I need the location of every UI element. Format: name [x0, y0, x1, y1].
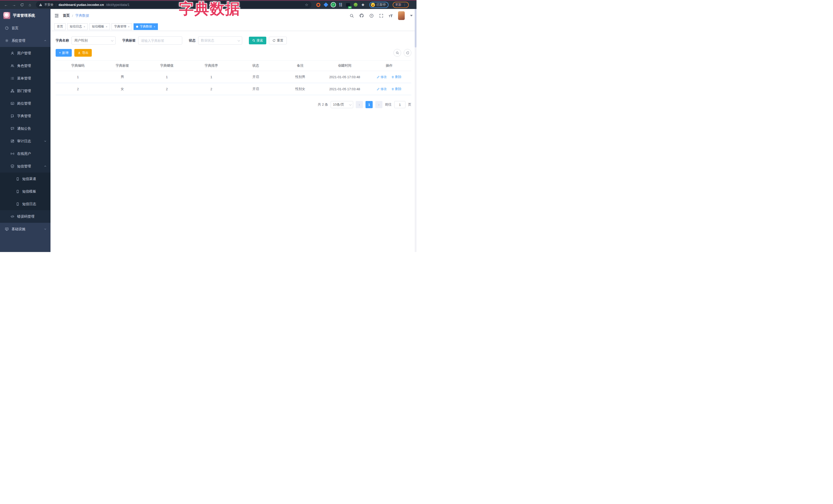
- close-icon[interactable]: ×: [105, 25, 107, 28]
- sidebar-item-menu-management[interactable]: 菜单管理: [0, 72, 50, 85]
- delete-link[interactable]: 删除: [391, 75, 401, 79]
- paused-label: 已暂停: [377, 3, 386, 7]
- chevron-down-icon: [111, 39, 114, 42]
- col-remark: 备注: [278, 61, 323, 71]
- avatar[interactable]: [398, 11, 405, 20]
- magnifier-icon: [396, 51, 399, 55]
- tab-sms-template[interactable]: 短信模板 ×: [89, 23, 110, 30]
- browser-toolbar: ← → ⌂ 不安全 | dashboard.yudao.iocoder.cn /…: [0, 0, 416, 9]
- sidebar-item-label: 部门管理: [17, 89, 31, 93]
- trash-icon: [391, 88, 394, 91]
- dict-name-select[interactable]: 用户性别: [72, 37, 116, 45]
- sidebar-item-dept-management[interactable]: 部门管理: [0, 85, 50, 97]
- sidebar-item-dict-management[interactable]: 字典管理: [0, 110, 50, 122]
- toggle-search-button[interactable]: [394, 49, 401, 57]
- forward-icon[interactable]: →: [10, 2, 18, 8]
- close-icon[interactable]: ×: [153, 25, 155, 28]
- sidebar-item-label: 岗位管理: [17, 101, 31, 106]
- online-signal-icon: [10, 152, 14, 155]
- reset-button[interactable]: 重置: [269, 37, 287, 44]
- sidebar-item-label: 用户管理: [17, 51, 31, 56]
- delete-link[interactable]: 删除: [391, 87, 401, 91]
- extension-check-icon[interactable]: ✓: [331, 3, 335, 7]
- dict-label-input[interactable]: [141, 39, 180, 43]
- edit-link-label: 修改: [380, 87, 387, 91]
- extension-switch-icon[interactable]: on: [346, 3, 350, 7]
- export-button[interactable]: 导出: [74, 49, 92, 57]
- goto-page-input[interactable]: [394, 101, 405, 108]
- next-page-button[interactable]: ›: [375, 101, 382, 108]
- sidebar-item-infrastructure[interactable]: 基础设施: [0, 223, 50, 235]
- url-divider: |: [56, 3, 56, 7]
- scrollbar-thumb[interactable]: [415, 9, 416, 47]
- sidebar-item-system-management[interactable]: 系统管理: [0, 34, 50, 47]
- address-bar[interactable]: 不安全 | dashboard.yudao.iocoder.cn /dict/t…: [36, 1, 311, 8]
- breadcrumb-current: 字典数据: [75, 13, 89, 18]
- browser-update-button[interactable]: 更新 ⋮: [392, 2, 409, 8]
- close-icon[interactable]: ×: [84, 25, 85, 28]
- caret-down-icon[interactable]: [410, 15, 413, 17]
- sidebar-item-sms-management[interactable]: 短信管理: [0, 160, 50, 172]
- table-cell: 2021-01-05 17:03:48: [323, 83, 367, 95]
- sidebar-item-sms-channel[interactable]: 短信渠道: [0, 172, 50, 185]
- tab-sms-log[interactable]: 短信日志 ×: [67, 23, 88, 30]
- reload-icon[interactable]: [19, 2, 25, 8]
- scrollbar[interactable]: [415, 9, 416, 252]
- back-icon[interactable]: ←: [3, 2, 9, 8]
- magnifier-icon: [252, 39, 255, 42]
- page-number-1[interactable]: 1: [365, 101, 373, 108]
- extension-sliders-icon[interactable]: [338, 3, 343, 7]
- sidebar-item-error-code-management[interactable]: 错误码管理: [0, 210, 50, 223]
- recorder-paused-pill[interactable]: 已暂停: [369, 2, 388, 8]
- sidebar-item-user-management[interactable]: 用户管理: [0, 47, 50, 59]
- search-icon[interactable]: [350, 14, 354, 18]
- sidebar-item-home[interactable]: 首页: [0, 22, 50, 34]
- tab-dict-management[interactable]: 字典管理 ×: [112, 23, 132, 30]
- sidebar-item-role-management[interactable]: 角色管理: [0, 59, 50, 72]
- help-icon[interactable]: ?: [369, 14, 374, 18]
- users-icon: [10, 64, 14, 68]
- system-submenu: 用户管理 角色管理 菜单管理: [0, 47, 50, 223]
- font-size-icon[interactable]: TT: [389, 14, 392, 18]
- page-size-select[interactable]: 10条/页: [331, 101, 353, 108]
- table-row: 2 女 2 2 开启 性别女 2021-01-05 17:03:48: [56, 83, 411, 95]
- sidebar-item-audit-log[interactable]: 审计日志: [0, 135, 50, 147]
- fullscreen-icon[interactable]: [379, 14, 383, 18]
- extension-leaf-icon[interactable]: [353, 3, 358, 7]
- extension-gem-icon[interactable]: [324, 3, 328, 7]
- chevron-up-icon: [44, 39, 47, 42]
- prev-page-button[interactable]: ‹: [356, 101, 363, 108]
- filter-form: 字典名称 用户性别 字典标签 状态 数据状态: [56, 37, 411, 45]
- sidebar-item-sms-template[interactable]: 短信模板: [0, 185, 50, 198]
- phone-icon: [16, 202, 20, 206]
- github-icon[interactable]: [359, 13, 364, 18]
- sidebar-toggle-icon[interactable]: [54, 13, 59, 18]
- dict-label-label: 字典标签: [122, 38, 136, 43]
- add-button[interactable]: + 新增: [56, 49, 72, 57]
- refresh-table-button[interactable]: [404, 49, 411, 57]
- home-icon[interactable]: ⌂: [26, 2, 33, 8]
- edit-link[interactable]: 修改: [377, 75, 387, 79]
- svg-text:?: ?: [371, 14, 372, 17]
- sidebar-item-post-management[interactable]: 岗位管理: [0, 97, 50, 110]
- sidebar-item-online-users[interactable]: 在线用户: [0, 147, 50, 160]
- breadcrumb-home[interactable]: 首页: [63, 13, 70, 18]
- sidebar-item-notice[interactable]: 通知公告: [0, 122, 50, 135]
- browser-menu-icon[interactable]: ⋮: [403, 3, 406, 7]
- status-select[interactable]: 数据状态: [198, 37, 242, 45]
- bookmark-star-icon[interactable]: ☆: [305, 3, 308, 7]
- extensions-puzzle-icon[interactable]: ❖: [361, 3, 365, 7]
- extension-adblock-icon[interactable]: [316, 3, 320, 7]
- close-icon[interactable]: ×: [128, 25, 129, 28]
- url-path: /dict/type/data/1: [106, 3, 129, 7]
- sidebar-logo[interactable]: 芋道管理系统: [0, 9, 50, 22]
- tab-home[interactable]: 首页: [54, 23, 66, 30]
- edit-link[interactable]: 修改: [377, 87, 387, 91]
- search-button[interactable]: 搜索: [249, 37, 266, 44]
- pagination-total: 共 2 条: [318, 102, 328, 107]
- status-placeholder: 数据状态: [201, 38, 214, 43]
- edit-link-label: 修改: [380, 75, 387, 79]
- tab-dict-data[interactable]: 字典数据 ×: [134, 23, 158, 30]
- code-icon: [10, 215, 14, 218]
- sidebar-item-sms-log[interactable]: 短信日志: [0, 198, 50, 210]
